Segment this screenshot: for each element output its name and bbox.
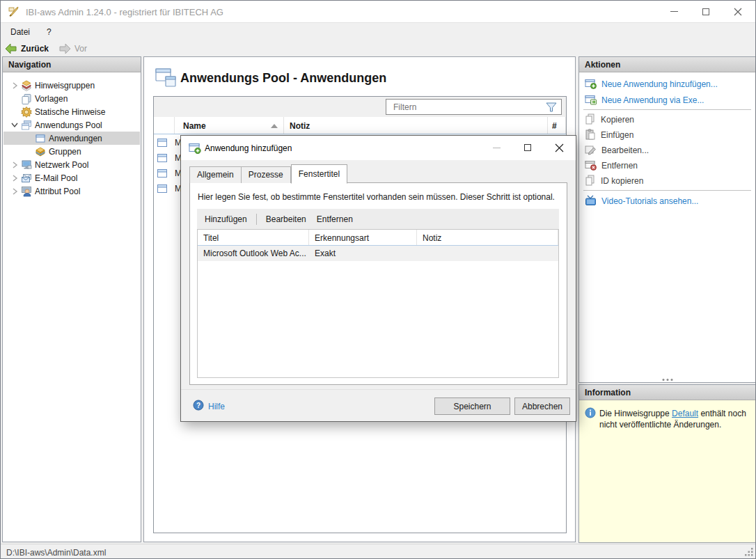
fenstertitel-tab-panel: Hier legen Sie fest, ob bestimmte Fenste… [189,182,567,385]
email-pool-icon [20,173,32,184]
back-button[interactable]: Zurück [1,41,54,56]
chevron-right-icon[interactable] [9,175,20,182]
minimize-button[interactable] [658,1,690,22]
table-row[interactable]: Microsoft Outlook Web Ac... Exakt [198,246,558,261]
close-button[interactable] [722,1,754,22]
resize-grip-icon[interactable] [745,547,754,558]
column-erkennungsart[interactable]: Erkennungsart [309,230,417,245]
sidebar-item-netzwerk-pool[interactable]: Netzwerk Pool [3,158,140,171]
tab-description: Hier legen Sie fest, ob bestimmte Fenste… [198,192,555,202]
sidebar-item-email-pool[interactable]: E-Mail Pool [3,171,140,184]
column-icon[interactable] [154,117,175,134]
maximize-button[interactable] [690,1,722,22]
window-remove-icon [585,159,597,173]
navigation-panel-header: Navigation [2,56,141,72]
sidebar-item-label: E-Mail Pool [35,173,77,183]
menu-bar: Datei ? [1,24,755,40]
sidebar-item-label: Netzwerk Pool [35,160,88,170]
action-bearbeiten[interactable]: Bearbeiten... [585,143,751,157]
action-new-application-via-exe[interactable]: Neue Anwendung via Exe... [585,93,751,107]
dialog-close-button[interactable] [544,137,574,158]
sidebar-item-label: Statische Hinweise [35,107,105,117]
tab-fenstertitel[interactable]: Fenstertitel [291,164,347,184]
column-titel[interactable]: Titel [198,230,309,245]
column-notiz[interactable]: Notiz [417,230,558,245]
column-count[interactable]: # [548,117,566,134]
navigation-toolbar: Zurück Vor [1,40,755,56]
sort-ascending-icon [271,124,278,128]
menu-help[interactable]: ? [40,24,58,40]
sidebar-item-hinweisgruppen[interactable]: Hinweisgruppen [3,79,140,92]
back-arrow-icon [5,43,17,54]
menu-datei[interactable]: Datei [3,24,37,40]
close-icon [555,143,564,152]
edit-pencil-icon [585,144,597,157]
column-name[interactable]: Name [175,117,284,134]
title-bar: IBI-aws Admin 1.24.0 - registriert für I… [1,1,755,23]
action-video-tutorials[interactable]: Video-Tutorials ansehen... [585,194,751,208]
default-group-link[interactable]: Default [672,409,698,418]
network-pool-icon [20,159,32,171]
forward-arrow-icon [58,43,71,54]
dialog-maximize-button[interactable] [512,137,543,158]
navigation-panel: Navigation Hinweisgruppen Vorlagen Stati… [2,56,141,542]
window-add-exe-icon [585,94,597,107]
edit-windowtitle-button[interactable]: Bearbeiten [258,214,314,224]
add-windowtitle-button[interactable]: Hinzufügen [197,214,255,224]
sidebar-item-statische-hinweise[interactable]: Statische Hinweise [3,105,140,118]
copy-icon [585,113,596,127]
app-logo-quill-icon [8,6,20,20]
data-file-path: D:\IBI-aws\Admin\Data.xml [6,548,106,558]
chevron-right-icon[interactable] [9,162,20,168]
dialog-minimize-button[interactable] [481,137,512,158]
application-pool-icon [20,120,32,131]
information-panel: Information Die Hinweisgruppe Default en… [578,384,756,543]
remove-windowtitle-button[interactable]: Entfernen [314,214,361,224]
dialog-title-bar: Anwendung hinzufügen [181,136,576,160]
chevron-right-icon[interactable] [9,82,20,89]
action-new-application[interactable]: Neue Anwendung hinzufügen... [585,77,751,91]
sidebar-item-gruppen[interactable]: Gruppen [3,145,140,158]
filter-input[interactable] [386,100,561,114]
info-circle-icon [585,407,596,420]
actions-panel: Aktionen Neue Anwendung hinzufügen... Ne… [578,56,756,542]
save-button[interactable]: Speichern [434,397,510,415]
help-link[interactable]: ? Hilfe [193,400,225,413]
info-message: Die Hinweisgruppe Default enthält noch n… [599,408,748,430]
tv-icon [585,195,597,208]
window-icon [157,152,168,164]
dialog-toolbar: Hinzufügen Bearbeiten Entfernen [197,209,559,229]
svg-text:?: ? [196,402,200,409]
panel-splitter-handle[interactable] [662,379,672,381]
sidebar-item-label: Anwendungs Pool [35,120,102,130]
column-notiz[interactable]: Notiz [284,117,548,134]
actions-divider [583,190,751,191]
close-icon [734,8,742,16]
dialog-tabs: Allgemein Prozesse Fenstertitel [189,164,347,183]
tab-allgemein[interactable]: Allgemein [189,166,242,183]
toolbar-separator [256,214,257,225]
filter-funnel-icon[interactable] [546,102,557,114]
sidebar-item-anwendungs-pool[interactable]: Anwendungs Pool [3,118,140,132]
window-title: IBI-aws Admin 1.24.0 - registriert für I… [26,7,223,17]
forward-button[interactable]: Vor [54,41,93,56]
window-icon [157,183,168,194]
chevron-right-icon[interactable] [9,188,20,195]
cancel-button[interactable]: Abbrechen [514,397,570,415]
filter-field[interactable] [386,99,562,115]
action-entfernen[interactable]: Entfernen [585,159,751,173]
tab-prozesse[interactable]: Prozesse [242,166,291,183]
sidebar-item-label: Anwendungen [49,134,102,143]
sidebar-item-vorlagen[interactable]: Vorlagen [3,92,140,105]
actions-panel-header: Aktionen [578,56,756,72]
action-kopieren[interactable]: Kopieren [585,113,751,127]
chevron-down-icon[interactable] [9,122,20,128]
actions-list: Neue Anwendung hinzufügen... Neue Anwend… [578,72,756,383]
sidebar-item-attribut-pool[interactable]: Attribut Pool [3,184,140,198]
action-id-kopieren[interactable]: ID kopieren [585,174,751,188]
notice-groups-icon [20,80,32,91]
sidebar-item-anwendungen[interactable]: Anwendungen [3,132,140,145]
anwendung-hinzufuegen-dialog: Anwendung hinzufügen Allgemein Prozesse … [180,135,576,422]
action-einfuegen[interactable]: Einfügen [585,128,751,142]
dialog-button-bar: ? Hilfe Speichern Abbrechen [181,389,576,421]
